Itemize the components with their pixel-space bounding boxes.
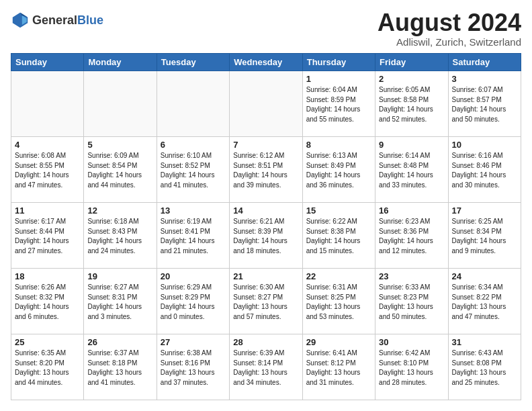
day-info: Sunrise: 6:43 AM Sunset: 8:08 PM Dayligh… (452, 349, 517, 387)
calendar-cell (230, 71, 302, 137)
day-info: Sunrise: 6:37 AM Sunset: 8:18 PM Dayligh… (87, 349, 152, 387)
day-number: 16 (379, 205, 444, 216)
day-info: Sunrise: 6:30 AM Sunset: 8:27 PM Dayligh… (233, 283, 298, 322)
day-number: 15 (306, 205, 371, 216)
day-number: 8 (306, 140, 371, 150)
day-number: 9 (379, 140, 444, 150)
calendar-cell: 24Sunrise: 6:34 AM Sunset: 8:22 PM Dayli… (448, 269, 521, 334)
calendar-cell: 20Sunrise: 6:29 AM Sunset: 8:29 PM Dayli… (157, 269, 229, 334)
calendar-cell: 31Sunrise: 6:43 AM Sunset: 8:08 PM Dayli… (448, 334, 521, 400)
day-info: Sunrise: 6:09 AM Sunset: 8:54 PM Dayligh… (87, 151, 152, 190)
day-info: Sunrise: 6:41 AM Sunset: 8:12 PM Dayligh… (306, 349, 371, 387)
day-info: Sunrise: 6:31 AM Sunset: 8:25 PM Dayligh… (306, 283, 371, 322)
calendar-week-0: 1Sunrise: 6:04 AM Sunset: 8:59 PM Daylig… (11, 71, 521, 137)
calendar-cell: 19Sunrise: 6:27 AM Sunset: 8:31 PM Dayli… (84, 269, 157, 334)
day-number: 26 (87, 337, 152, 347)
day-number: 10 (452, 140, 517, 150)
logo-text: GeneralBlue (32, 13, 103, 28)
calendar-cell: 1Sunrise: 6:04 AM Sunset: 8:59 PM Daylig… (302, 71, 375, 137)
header-tuesday: Tuesday (157, 54, 229, 71)
calendar-cell: 2Sunrise: 6:05 AM Sunset: 8:58 PM Daylig… (375, 71, 448, 137)
calendar-table: Sunday Monday Tuesday Wednesday Thursday… (11, 53, 521, 400)
day-info: Sunrise: 6:05 AM Sunset: 8:58 PM Dayligh… (379, 85, 444, 124)
calendar-cell: 26Sunrise: 6:37 AM Sunset: 8:18 PM Dayli… (84, 334, 157, 400)
day-info: Sunrise: 6:21 AM Sunset: 8:39 PM Dayligh… (233, 217, 298, 256)
calendar-cell: 16Sunrise: 6:23 AM Sunset: 8:36 PM Dayli… (375, 203, 448, 269)
day-info: Sunrise: 6:17 AM Sunset: 8:44 PM Dayligh… (15, 217, 80, 256)
day-number: 25 (15, 337, 80, 347)
header-friday: Friday (375, 54, 448, 71)
day-number: 14 (233, 205, 298, 216)
calendar-cell (11, 71, 84, 137)
day-info: Sunrise: 6:14 AM Sunset: 8:48 PM Dayligh… (379, 151, 444, 190)
day-number: 11 (15, 205, 80, 216)
calendar-cell: 17Sunrise: 6:25 AM Sunset: 8:34 PM Dayli… (448, 203, 521, 269)
day-info: Sunrise: 6:19 AM Sunset: 8:41 PM Dayligh… (161, 217, 226, 256)
calendar-cell: 29Sunrise: 6:41 AM Sunset: 8:12 PM Dayli… (302, 334, 375, 400)
location: Adliswil, Zurich, Switzerland (378, 36, 521, 48)
calendar-cell: 21Sunrise: 6:30 AM Sunset: 8:27 PM Dayli… (230, 269, 302, 334)
calendar-cell: 30Sunrise: 6:42 AM Sunset: 8:10 PM Dayli… (375, 334, 448, 400)
day-info: Sunrise: 6:25 AM Sunset: 8:34 PM Dayligh… (452, 217, 517, 256)
day-number: 27 (161, 337, 226, 347)
day-info: Sunrise: 6:22 AM Sunset: 8:38 PM Dayligh… (306, 217, 371, 256)
day-number: 22 (306, 271, 371, 281)
calendar-week-3: 18Sunrise: 6:26 AM Sunset: 8:32 PM Dayli… (11, 269, 521, 334)
day-info: Sunrise: 6:10 AM Sunset: 8:52 PM Dayligh… (161, 151, 226, 190)
day-number: 1 (306, 74, 371, 84)
day-number: 12 (87, 205, 152, 216)
calendar-cell: 13Sunrise: 6:19 AM Sunset: 8:41 PM Dayli… (157, 203, 229, 269)
calendar-cell: 11Sunrise: 6:17 AM Sunset: 8:44 PM Dayli… (11, 203, 84, 269)
calendar-header-row: Sunday Monday Tuesday Wednesday Thursday… (11, 54, 521, 71)
day-number: 30 (379, 337, 444, 347)
day-number: 3 (452, 74, 517, 84)
day-number: 7 (233, 140, 298, 150)
day-number: 24 (452, 271, 517, 281)
day-number: 13 (161, 205, 226, 216)
day-number: 6 (161, 140, 226, 150)
calendar-cell: 27Sunrise: 6:38 AM Sunset: 8:16 PM Dayli… (157, 334, 229, 400)
day-number: 5 (87, 140, 152, 150)
day-info: Sunrise: 6:18 AM Sunset: 8:43 PM Dayligh… (87, 217, 152, 256)
day-number: 4 (15, 140, 80, 150)
day-info: Sunrise: 6:29 AM Sunset: 8:29 PM Dayligh… (161, 283, 226, 322)
calendar-cell: 18Sunrise: 6:26 AM Sunset: 8:32 PM Dayli… (11, 269, 84, 334)
day-info: Sunrise: 6:42 AM Sunset: 8:10 PM Dayligh… (379, 349, 444, 387)
logo: GeneralBlue (11, 11, 103, 30)
calendar-week-4: 25Sunrise: 6:35 AM Sunset: 8:20 PM Dayli… (11, 334, 521, 400)
day-number: 23 (379, 271, 444, 281)
header-thursday: Thursday (302, 54, 375, 71)
calendar-cell: 6Sunrise: 6:10 AM Sunset: 8:52 PM Daylig… (157, 137, 229, 203)
calendar-cell: 23Sunrise: 6:33 AM Sunset: 8:23 PM Dayli… (375, 269, 448, 334)
title-section: August 2024 Adliswil, Zurich, Switzerlan… (378, 11, 521, 48)
page: GeneralBlue August 2024 Adliswil, Zurich… (0, 0, 532, 411)
day-info: Sunrise: 6:35 AM Sunset: 8:20 PM Dayligh… (15, 349, 80, 387)
day-number: 2 (379, 74, 444, 84)
day-number: 21 (233, 271, 298, 281)
calendar-cell: 4Sunrise: 6:08 AM Sunset: 8:55 PM Daylig… (11, 137, 84, 203)
day-info: Sunrise: 6:16 AM Sunset: 8:46 PM Dayligh… (452, 151, 517, 190)
header: GeneralBlue August 2024 Adliswil, Zurich… (11, 11, 521, 48)
day-info: Sunrise: 6:39 AM Sunset: 8:14 PM Dayligh… (233, 349, 298, 387)
day-info: Sunrise: 6:12 AM Sunset: 8:51 PM Dayligh… (233, 151, 298, 190)
day-number: 17 (452, 205, 517, 216)
calendar-cell: 3Sunrise: 6:07 AM Sunset: 8:57 PM Daylig… (448, 71, 521, 137)
header-saturday: Saturday (448, 54, 521, 71)
header-monday: Monday (84, 54, 157, 71)
calendar-cell: 22Sunrise: 6:31 AM Sunset: 8:25 PM Dayli… (302, 269, 375, 334)
day-number: 20 (161, 271, 226, 281)
calendar-cell (84, 71, 157, 137)
day-info: Sunrise: 6:08 AM Sunset: 8:55 PM Dayligh… (15, 151, 80, 190)
calendar-cell: 5Sunrise: 6:09 AM Sunset: 8:54 PM Daylig… (84, 137, 157, 203)
calendar-cell: 12Sunrise: 6:18 AM Sunset: 8:43 PM Dayli… (84, 203, 157, 269)
calendar-cell: 25Sunrise: 6:35 AM Sunset: 8:20 PM Dayli… (11, 334, 84, 400)
calendar-cell: 8Sunrise: 6:13 AM Sunset: 8:49 PM Daylig… (302, 137, 375, 203)
day-info: Sunrise: 6:23 AM Sunset: 8:36 PM Dayligh… (379, 217, 444, 256)
day-number: 18 (15, 271, 80, 281)
day-info: Sunrise: 6:38 AM Sunset: 8:16 PM Dayligh… (161, 349, 226, 387)
header-sunday: Sunday (11, 54, 84, 71)
day-info: Sunrise: 6:33 AM Sunset: 8:23 PM Dayligh… (379, 283, 444, 322)
day-info: Sunrise: 6:26 AM Sunset: 8:32 PM Dayligh… (15, 283, 80, 322)
day-number: 29 (306, 337, 371, 347)
day-info: Sunrise: 6:07 AM Sunset: 8:57 PM Dayligh… (452, 85, 517, 124)
